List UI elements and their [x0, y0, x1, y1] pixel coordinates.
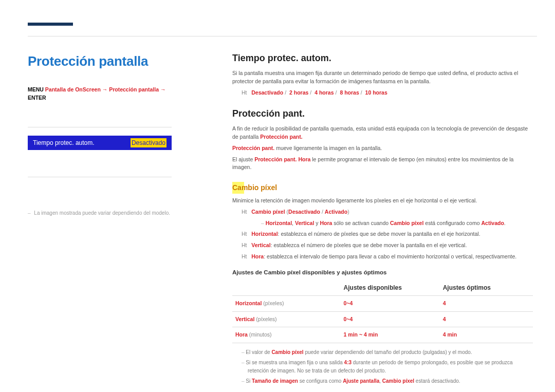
row-h-unit: (píxeles): [263, 300, 284, 306]
breadcrumb-menu: MENU: [28, 86, 44, 92]
breadcrumb: MENU Pantalla de OnScreen → Protección p…: [28, 86, 172, 102]
breadcrumb-part-2: Protección pantalla: [109, 86, 159, 92]
opt-on: Activado: [325, 209, 347, 215]
section-screen-protection: Protección pant. A fin de reducir la pos…: [232, 107, 533, 385]
subnote-mid2: sólo se activan cuando: [334, 220, 390, 226]
th-empty: [232, 280, 341, 296]
note1-pre: El valor de: [246, 349, 271, 355]
row-t-opt: 4 min: [440, 327, 533, 343]
pixel-shift-table: Ajustes disponibles Ajustes óptimos Hori…: [232, 280, 533, 343]
para3a: El ajuste: [232, 156, 254, 162]
section2-para2: Protección pant. mueve ligeramente la im…: [232, 144, 533, 153]
opt-off: Desactivado: [251, 89, 283, 96]
row-h-name: Horizontal: [235, 300, 262, 306]
row-v-opt: 4: [440, 311, 533, 327]
row-t-avail: 1 min ~ 4 min: [341, 327, 440, 343]
note-3: – Si Tamaño de imagen se configura como …: [232, 377, 533, 385]
pixel-shift-label: Cambio píxel: [251, 209, 285, 215]
sidebar-footnote: – La imagen mostrada puede variar depend…: [28, 209, 172, 217]
opt-4h: 4 horas: [314, 89, 334, 96]
opt-8h: 8 horas: [340, 89, 359, 96]
subnote-mid3: está configurado como: [425, 220, 481, 226]
notes-list: – El valor de Cambio píxel puede variar …: [232, 348, 533, 385]
th-optimal: Ajustes óptimos: [440, 280, 533, 296]
bullet-icon: Ht: [242, 253, 247, 259]
note3-b2: Ajuste pantalla: [343, 378, 379, 384]
item-h-tail: : establezca el número de píxeles que se…: [278, 231, 480, 237]
opt-10h: 10 horas: [365, 89, 387, 96]
item-vertical: Ht Vertical: establezca el número de píx…: [232, 241, 533, 250]
row-t-unit: (minutos): [249, 331, 272, 338]
note3-mid1: se configura como: [298, 378, 343, 384]
th-available: Ajustes disponibles: [341, 280, 440, 296]
para2a: Protección pant.: [232, 145, 274, 151]
note-2: – Si se muestra una imagen fija o una sa…: [232, 359, 533, 375]
item-hora-label: Hora: [251, 253, 264, 259]
left-column: Protección pantalla MENU Pantalla de OnS…: [28, 51, 172, 217]
note-1: – El valor de Cambio píxel puede variar …: [232, 348, 533, 357]
note3-b1: Tamaño de imagen: [252, 378, 298, 384]
subnote-cp: Cambio píxel: [390, 220, 423, 226]
item-hora: Ht Hora: establezca el intervalo de tiem…: [232, 253, 533, 261]
section2-para1: A fin de reducir la posibilidad de panta…: [232, 125, 533, 141]
section2-para3: El ajuste Protección pant. Hora le permi…: [232, 156, 533, 172]
note3-b3: Cambio píxel: [382, 378, 414, 384]
pixel-shift-para: Minimice la retención de imagen moviendo…: [232, 197, 533, 205]
section-auto-protection-time: Tiempo protec. autom. Si la pantalla mue…: [232, 51, 533, 97]
opt-2h: 2 horas: [289, 89, 308, 96]
dash-icon: –: [261, 220, 266, 226]
bullet-icon: Ht: [242, 89, 247, 96]
note3-pre: Si: [246, 378, 252, 384]
subnote-act: Activado: [481, 220, 504, 226]
option-value: Desactivado: [131, 138, 166, 147]
bullet-icon: Ht: [242, 242, 247, 248]
footnote-text: La imagen mostrada puede variar dependie…: [34, 210, 170, 216]
section1-para: Si la pantalla muestra una imagen fija d…: [232, 69, 533, 86]
row-v-name: Vertical: [235, 316, 254, 322]
sidebar-rule-top: [28, 127, 172, 127]
para1b: Protección pant.: [260, 134, 302, 140]
para3b: Protección pant. Hora: [254, 156, 310, 162]
item-h-label: Horizontal: [251, 231, 278, 237]
table-row: Vertical (píxeles) 0~4 4: [232, 311, 533, 327]
row-h-avail: 0~4: [341, 295, 440, 311]
page-title: Protección pantalla: [28, 51, 172, 71]
note3-post: estará desactivado.: [414, 378, 460, 384]
section2-heading: Protección pant.: [232, 107, 533, 121]
section1-options: Ht Desactivado/ 2 horas/ 4 horas/ 8 hora…: [232, 89, 533, 97]
table-row: Hora (minutos) 1 min ~ 4 min 4 min: [232, 327, 533, 343]
option-auto-protection[interactable]: Tiempo protec. autom. Desactivado: [28, 136, 172, 150]
option-label: Tiempo protec. autom.: [33, 138, 95, 147]
opt-off2: Desactivado: [288, 209, 320, 215]
subsection-pixel-shift-heading: Cambio píxel: [232, 182, 277, 194]
note2-pre: Si se muestra una imagen fija o una sali…: [246, 360, 344, 365]
breadcrumb-enter: ENTER: [28, 95, 46, 101]
item-v-tail: : establezca el número de píxeles que se…: [271, 242, 467, 248]
table-row: Horizontal (píxeles) 0~4 4: [232, 295, 533, 311]
pixel-shift-subnote: – Horizontal, Vertical y Hora sólo se ac…: [232, 219, 533, 228]
section1-heading: Tiempo protec. autom.: [232, 51, 533, 65]
row-v-unit: (píxeles): [256, 316, 276, 322]
paren-close: ): [347, 209, 349, 215]
table-title: Ajustes de Cambio píxel disponibles y aj…: [232, 268, 533, 277]
para2b: mueve ligeramente la imagen en la pantal…: [274, 145, 382, 151]
bullet-icon: Ht: [242, 231, 247, 237]
subnote-hora: Hora: [320, 220, 332, 226]
row-v-avail: 0~4: [341, 311, 440, 327]
item-hora-tail: : establezca el intervalo de tiempo para…: [264, 253, 516, 259]
dash-icon: –: [28, 210, 31, 216]
right-column: Tiempo protec. autom. Si la pantalla mue…: [232, 51, 533, 385]
header-accent-bar: [28, 23, 73, 26]
pixel-shift-option: Ht Cambio píxel (Desactivado/Activado): [232, 208, 533, 216]
header-rule: [28, 36, 537, 36]
bullet-icon: Ht: [242, 209, 247, 215]
sidebar-rule-bottom: [28, 177, 172, 177]
note1-b1: Cambio píxel: [271, 349, 303, 355]
breadcrumb-sep: →: [102, 86, 109, 92]
row-t-name: Hora: [235, 331, 248, 338]
note2-b1: 4:3: [344, 360, 351, 365]
breadcrumb-part-1: Pantalla de OnScreen: [45, 86, 101, 92]
breadcrumb-sep-2: →: [160, 86, 166, 92]
subnote-v: Vertical: [295, 220, 314, 226]
row-h-opt: 4: [440, 295, 533, 311]
